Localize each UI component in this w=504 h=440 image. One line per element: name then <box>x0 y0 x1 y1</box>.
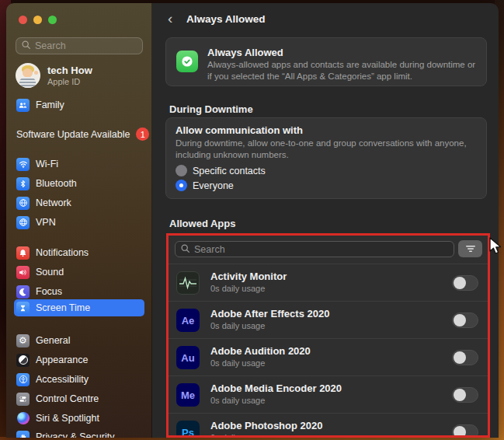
sidebar-item-sound[interactable]: Sound <box>14 264 144 281</box>
notification-badge: 1 <box>136 127 149 141</box>
audition-icon: Au <box>176 346 200 369</box>
sidebar-item-label: Privacy & Security <box>36 431 114 438</box>
siri-icon <box>16 412 30 425</box>
app-toggle[interactable] <box>452 387 478 403</box>
app-row-audition[interactable]: Au Adobe Audition 2020 0s daily usage <box>167 338 489 375</box>
filter-button[interactable] <box>458 240 482 257</box>
sidebar-item-wifi[interactable]: Wi-Fi <box>14 155 144 173</box>
radio-option-everyone[interactable]: Everyone <box>176 180 234 191</box>
app-usage: 0s daily usage <box>210 284 265 293</box>
sidebar-item-screen-time[interactable]: Screen Time <box>14 299 144 316</box>
sidebar-item-label: Family <box>36 100 64 110</box>
sidebar-item-accessibility[interactable]: Accessibility <box>14 371 144 388</box>
app-row-media-encoder[interactable]: Me Adobe Media Encoder 2020 0s daily usa… <box>167 375 489 413</box>
sidebar-item-label: Wi-Fi <box>36 159 58 169</box>
check-seal-icon <box>176 51 198 72</box>
globe-icon <box>16 197 30 210</box>
sidebar-profile[interactable]: tech How Apple ID <box>16 63 92 88</box>
sidebar-item-vpn[interactable]: VPN <box>14 214 144 231</box>
sidebar-item-siri-spotlight[interactable]: Siri & Spotlight <box>14 410 144 427</box>
app-name: Adobe Photoshop 2020 <box>210 420 322 431</box>
sidebar-item-bluetooth[interactable]: Bluetooth <box>14 175 144 192</box>
sidebar-search-input[interactable] <box>35 40 128 51</box>
app-usage: 0s daily usage <box>210 433 265 438</box>
page-title: Always Allowed <box>186 13 266 25</box>
app-usage: 0s daily usage <box>210 321 265 330</box>
app-name: Adobe After Effects 2020 <box>210 308 329 320</box>
system-settings-window: tech How Apple ID Family Software Update… <box>6 3 499 438</box>
sidebar-item-label: Appearance <box>36 354 88 365</box>
zoom-window-button[interactable] <box>48 16 57 24</box>
info-card-title: Always Allowed <box>207 47 283 58</box>
sidebar-item-label: Accessibility <box>36 374 89 385</box>
radio-label: Specific contacts <box>193 166 266 176</box>
search-icon <box>180 243 190 257</box>
app-row-after-effects[interactable]: Ae Adobe After Effects 2020 0s daily usa… <box>167 301 489 338</box>
sidebar-item-network[interactable]: Network <box>14 194 144 211</box>
minimize-window-button[interactable] <box>33 16 42 24</box>
app-usage: 0s daily usage <box>210 396 265 405</box>
sidebar: tech How Apple ID Family Software Update… <box>6 3 152 438</box>
activity-monitor-icon <box>176 271 200 295</box>
accessibility-icon <box>16 373 30 386</box>
radio-unselected-icon[interactable] <box>176 165 187 176</box>
toggles-icon <box>16 393 30 406</box>
close-window-button[interactable] <box>19 16 27 24</box>
app-toggle[interactable] <box>452 275 478 291</box>
always-allowed-info-card: Always Allowed Always-allowed apps and c… <box>165 37 487 86</box>
app-toggle[interactable] <box>452 350 478 365</box>
sidebar-item-label: Network <box>36 197 71 208</box>
sidebar-item-family[interactable]: Family <box>14 96 144 113</box>
communication-description: During downtime, allow one-to-one and gr… <box>176 138 480 161</box>
app-name: Adobe Audition 2020 <box>210 345 311 357</box>
sidebar-search-field[interactable] <box>16 37 143 54</box>
gear-icon: ⚙ <box>16 334 30 347</box>
sidebar-item-label: VPN <box>36 217 56 228</box>
radio-option-specific-contacts[interactable]: Specific contacts <box>176 165 266 176</box>
sidebar-item-label: Sound <box>36 267 64 278</box>
sidebar-item-software-update[interactable]: Software Update Available 1 <box>16 127 149 141</box>
radio-selected-icon[interactable] <box>176 180 187 191</box>
sidebar-item-notifications[interactable]: Notifications <box>14 244 144 261</box>
sidebar-item-label: General <box>36 335 70 346</box>
speaker-icon <box>16 266 30 279</box>
sidebar-item-label: Notifications <box>36 247 89 258</box>
section-label-allowed-apps: Allowed Apps <box>169 218 235 229</box>
profile-name: tech How <box>47 65 92 76</box>
apps-search-row <box>167 234 489 264</box>
app-toggle[interactable] <box>452 424 478 438</box>
contrast-icon <box>16 354 30 367</box>
window-controls <box>19 16 57 24</box>
sidebar-item-control-centre[interactable]: Control Centre <box>14 390 144 407</box>
sidebar-item-general[interactable]: ⚙ General <box>14 332 144 349</box>
bluetooth-icon <box>16 177 30 190</box>
apps-search-input[interactable] <box>194 244 427 255</box>
media-encoder-icon: Me <box>176 383 200 407</box>
sidebar-item-label: Control Centre <box>36 393 99 404</box>
sidebar-item-focus[interactable]: Focus <box>14 283 144 300</box>
search-icon <box>21 39 31 53</box>
app-toggle[interactable] <box>452 313 478 328</box>
mouse-cursor <box>488 237 504 259</box>
apps-search-field[interactable] <box>175 241 454 257</box>
back-button[interactable]: ‹ <box>168 10 172 27</box>
communication-title: Allow communication with <box>176 124 303 136</box>
app-row-photoshop[interactable]: Ps Adobe Photoshop 2020 0s daily usage <box>167 413 489 438</box>
family-icon <box>16 99 30 112</box>
bell-icon <box>16 246 30 260</box>
section-label-during-downtime: During Downtime <box>169 103 253 115</box>
sidebar-item-privacy-security[interactable]: Privacy & Security <box>14 428 144 438</box>
hourglass-icon <box>16 302 30 315</box>
app-row-activity-monitor[interactable]: Activity Monitor 0s daily usage <box>167 264 489 301</box>
main-pane: ‹ Always Allowed Always Allowed Always-a… <box>152 3 499 438</box>
photoshop-icon: Ps <box>176 421 200 438</box>
sidebar-item-appearance[interactable]: Appearance <box>14 351 144 368</box>
software-update-label: Software Update Available <box>16 129 130 140</box>
vpn-globe-icon <box>16 216 30 229</box>
app-usage: 0s daily usage <box>210 358 265 368</box>
during-downtime-card: Allow communication with During downtime… <box>165 117 487 199</box>
sidebar-item-label: Focus <box>36 286 62 297</box>
filter-icon <box>465 244 476 253</box>
sidebar-item-label: Screen Time <box>36 302 90 313</box>
radio-label: Everyone <box>193 180 234 191</box>
